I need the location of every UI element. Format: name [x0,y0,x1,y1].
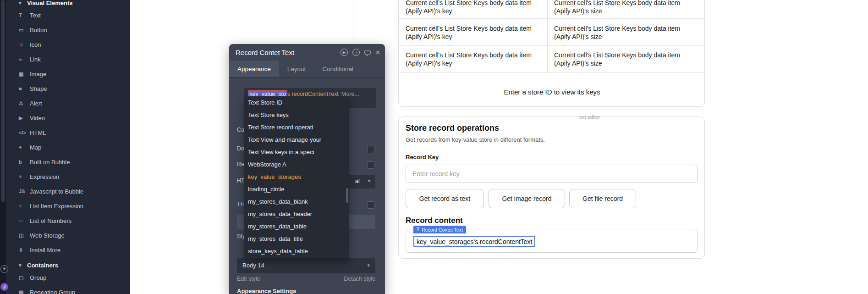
list-item-expression-icon: ≡ [19,203,30,209]
help-icon[interactable] [0,265,8,273]
style-select-value: Body 14 [242,262,264,269]
sidebar-section-header-visual-elements[interactable]: ▾Visual Elements [6,0,130,8]
autocomplete-item[interactable]: my_stores_data_title [244,233,349,245]
comment-icon[interactable] [364,50,371,55]
autocomplete-item[interactable]: WebStorage A [244,158,349,171]
grid-cell-size: Current cell's List Store Keys body data… [554,51,692,67]
checkbox[interactable] [367,201,374,209]
autocomplete-item[interactable]: Text Store ID [244,96,349,109]
sidebar-item-label: Install More [30,247,60,254]
sidebar-item-install-more[interactable]: ⇩Install More [6,243,130,257]
sidebar-section-header-containers[interactable]: ▾Containers [6,260,130,270]
selected-element-tag[interactable]: T Record Contet Text [413,226,466,233]
tab-layout[interactable]: Layout [279,61,314,77]
install-more-icon: ⇩ [19,247,30,253]
detach-style-link[interactable]: Detach style [344,276,375,282]
icon-icon: ☺ [19,42,30,47]
store-record-operations-group[interactable]: Store record operations Get records from… [398,116,705,259]
info-icon[interactable]: i [352,49,360,56]
appearance-settings-header[interactable]: Appearance Settings [237,288,296,294]
autocomplete-item[interactable]: my_stores_data_table [244,220,349,233]
close-icon[interactable]: ✕ [375,50,380,55]
page-right-edge [760,0,760,294]
field-label-fragment: Ca [237,127,244,133]
sidebar-item-list-item-expression[interactable]: ≡List Item Expression [6,199,130,213]
tab-conditional[interactable]: Conditional [314,61,362,77]
autocomplete-item[interactable]: Text Store record operati [244,121,349,133]
sidebar-item-list-of-numbers[interactable]: ⋯List of Numbers [6,213,130,228]
sidebar-item-label: Text [30,12,41,19]
sidebar-item-button[interactable]: ▭Button [6,22,130,37]
sidebar-item-link[interactable]: ∞Link [6,52,130,67]
chevron-down-icon: ▾ [368,178,370,183]
sidebar-item-label: Repeating Group [30,289,75,294]
sidebar-item-label: Shape [30,85,47,92]
avatar[interactable]: J [0,283,8,291]
sidebar-item-label: Button [30,27,47,33]
property-tabs: Appearance Layout Conditional [229,61,385,78]
sidebar-item-html[interactable]: </>HTML [6,125,130,140]
sidebar-item-repeating-group[interactable]: ▤Repeating Group [6,285,130,294]
autocomplete-dropdown: Text Store IDText Store keysText Store r… [244,96,349,258]
video-icon: ▶ [19,115,30,121]
autocomplete-item[interactable]: store_keys_data_table [244,245,349,257]
field-label-fragment: Th [237,201,244,207]
selected-text-element[interactable]: key_value_storages's recordContentText [413,236,535,247]
sidebar-item-web-storage[interactable]: ◫Web Storage [6,228,130,243]
sidebar-item-label: Image [30,71,46,78]
select-value-fragment: al [355,178,360,184]
built-on-bubble-icon: b [19,159,30,165]
autocomplete-item[interactable]: Text Store keys [244,109,349,121]
map-icon: ⌖ [19,144,30,150]
checkbox[interactable] [367,146,374,153]
sidebar-scrollbar-thumb[interactable] [1,0,5,202]
get-image-record-button[interactable]: Get image record [489,189,565,208]
tab-appearance[interactable]: Appearance [229,61,279,77]
chevron-down-icon: ▾ [367,262,370,268]
grid-cell-size: Current cell's List Store Keys body data… [554,24,692,41]
autocomplete-item[interactable]: Text View keys in a speci [244,146,349,158]
javascript-to-bubble-icon: JS [19,189,30,194]
shape-icon: ■ [19,86,30,91]
operations-subtitle: Get records from key-value store in diff… [406,136,545,143]
get-record-as-text-button[interactable]: Get record as text [406,189,484,208]
text-element-icon: T [417,227,419,232]
autocomplete-item[interactable]: my_stores_data_blank [244,195,349,208]
get-file-record-button[interactable]: Get file record [569,189,636,208]
list-of-numbers-icon: ⋯ [19,218,30,224]
sidebar-item-group[interactable]: ▢Group [6,270,130,285]
web-storage-icon: ◫ [19,233,30,239]
sidebar-item-image[interactable]: ▣Image [6,67,130,81]
sidebar-item-built-on-bubble[interactable]: bBuilt on Bubble [6,155,130,169]
sidebar-item-label: Group [30,274,46,281]
sidebar-item-javascript-to-bubble[interactable]: JSJavascript to Bubble [6,184,130,199]
sidebar-item-alert[interactable]: ⚠Alert [6,96,130,111]
sidebar-section-label: Visual Elements [27,0,72,6]
sidebar-item-icon[interactable]: ☺Icon [6,37,130,52]
sidebar-item-video[interactable]: ▶Video [6,111,130,125]
record-content-label: Record content [406,216,463,225]
sidebar-item-expression[interactable]: +Expression [6,169,130,184]
checkbox[interactable] [367,161,374,169]
dropdown-scrollbar-thumb[interactable] [346,188,348,203]
edit-style-link[interactable]: Edit style [237,276,260,282]
sidebar-item-label: Icon [30,41,41,48]
style-select[interactable]: Body 14 ▾ [237,258,375,273]
sidebar-item-map[interactable]: ⌖Map [6,140,130,155]
property-editor-titlebar[interactable]: Record Contet Text ▶ i ✕ [229,44,385,61]
selected-element-name: Record Contet Text [422,227,463,233]
preview-play-icon[interactable]: ▶ [341,49,348,56]
sidebar-scrollbar[interactable] [0,0,6,294]
autocomplete-item[interactable]: my_stores_data_header [244,208,349,220]
store-keys-repeating-group[interactable]: Current cell's List Store Keys body data… [398,0,705,107]
autocomplete-item[interactable]: loading_circle [244,183,349,195]
open-text-editor-link[interactable]: ext editor [579,114,600,120]
autocomplete-item[interactable]: key_value_storages [244,171,349,183]
bubble-editor-window: Current cell's List Store Keys body data… [0,0,868,294]
sidebar-item-label: Map [30,144,41,151]
record-key-input[interactable] [406,165,698,183]
sidebar-item-text[interactable]: TText [6,8,130,22]
autocomplete-item[interactable]: Text View and manage your [244,133,349,146]
sidebar-item-shape[interactable]: ■Shape [6,81,130,96]
html-icon: </> [19,130,30,135]
